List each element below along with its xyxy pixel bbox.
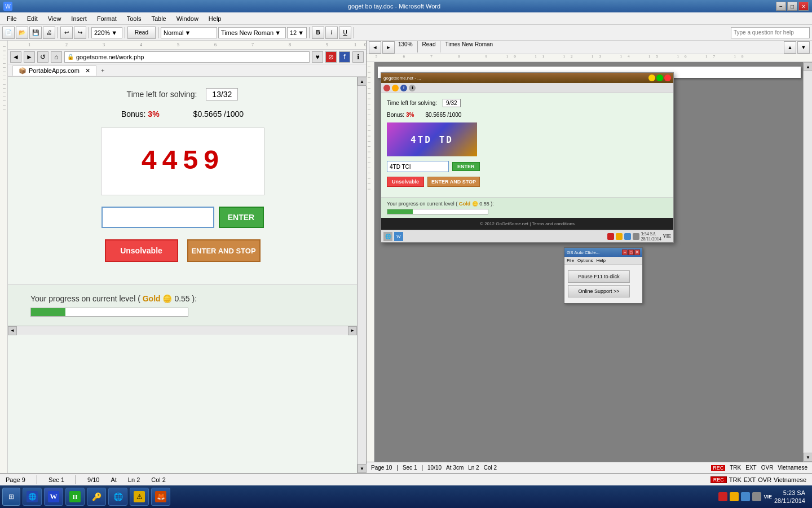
ws-scroll-dn[interactable]: ▼ [797,41,810,54]
wt-sep2 [440,41,440,52]
tab-close[interactable]: ✕ [85,67,90,75]
status-left: Page 9 Sec 1 9/10 At Ln 2 Col 2 [0,475,705,484]
gs-support-btn[interactable]: Online Support >> [568,285,630,297]
hscroll-left[interactable]: ◄ [8,326,17,335]
read-btn[interactable]: Read [127,27,156,39]
redo-btn[interactable]: ↪ [74,27,86,39]
menu-edit[interactable]: Edit [23,14,42,23]
gs-minimize[interactable]: − [622,249,628,255]
gs-menu-options[interactable]: Options [577,258,593,263]
wv-scroll-dn[interactable]: ▼ [804,453,812,462]
ws-warn-icon [616,233,623,240]
ws-enter-btn[interactable]: ENTER [452,162,480,171]
italic-btn[interactable]: I [325,27,338,39]
ws-maximize[interactable] [656,75,663,81]
underline-btn[interactable]: U [339,27,351,39]
sep4 [158,27,158,38]
unsolvable-button[interactable]: Unsolvable [105,239,178,262]
gs-close[interactable]: ✕ [634,249,640,255]
font-size-dropdown[interactable]: 12 ▼ [287,27,307,38]
menu-insert[interactable]: Insert [67,14,91,23]
font-dropdown[interactable]: Times New Roman ▼ [218,27,286,38]
undo-btn[interactable]: ↩ [60,27,73,39]
help-search[interactable] [731,27,810,38]
print-btn[interactable]: 🖨 [43,27,55,39]
home-button[interactable]: ⌂ [51,51,62,63]
scroll-track[interactable] [358,86,366,464]
start-icon: ⊞ [8,493,14,501]
taskbar-warn[interactable]: ⚠ [130,488,149,506]
captcha-input[interactable] [102,207,214,228]
bold-btn[interactable]: B [312,27,324,39]
vscroll-browser: ▲ ▼ [357,77,366,473]
ws-clock: 3:54 SA28/11/2014 [641,231,661,242]
menu-table[interactable]: Table [147,14,170,23]
menu-window[interactable]: Window [172,14,203,23]
window-title: goget bo tay.doc - Microsoft Word [12,3,776,10]
status-right: REC TRK EXT OVR Vietnamese [705,476,812,483]
ws-scroll-up[interactable]: ▲ [784,41,796,54]
enter-stop-button[interactable]: ENTER AND STOP [187,239,261,262]
captcha-image-box: 4459 [101,128,264,195]
menu-file[interactable]: File [2,14,21,23]
close-button[interactable]: ✕ [798,2,809,11]
url-text: gogetsome.net/work.php [76,54,144,60]
ws-unsolvable-btn[interactable]: Unsolvable [387,177,424,187]
fb-btn[interactable]: f [339,51,350,63]
active-tab[interactable]: 📦 PortableApps.com ✕ [12,65,96,76]
refresh-button[interactable]: ↺ [37,51,48,63]
menu-tools[interactable]: Tools [122,14,146,23]
ws-close[interactable] [664,75,671,81]
taskbar-key[interactable]: 🔑 [87,488,106,506]
menu-help[interactable]: Help [204,14,226,23]
bookmark-btn[interactable]: ♥ [312,51,323,63]
time-value: 13/32 [206,88,238,100]
hscroll-track[interactable] [17,326,348,335]
block-btn[interactable]: ⊘ [325,51,337,63]
taskbar-ff[interactable]: 🦊 [151,488,170,506]
word-panel: ◄ ► 130% Read Times New Roman ▲ ▼ 5 6 7 … [367,41,812,473]
net-icon [741,492,750,501]
gs-btns: − □ ✕ [622,249,640,255]
taskbar-htt[interactable]: H [65,488,85,506]
new-btn[interactable]: 📄 [2,27,15,39]
gs-menu-file[interactable]: File [567,258,574,263]
word-status-pages: 10/10 [427,465,442,471]
gs-restore[interactable]: □ [628,249,634,255]
gs-menu-help[interactable]: Help [596,258,605,263]
open-btn[interactable]: 📂 [16,27,28,39]
restore-button[interactable]: □ [787,2,797,11]
taskbar-ie[interactable]: 🌐 [23,488,42,506]
word-status-rec: REC [711,465,725,471]
style-dropdown[interactable]: Normal ▼ [161,27,217,38]
start-button[interactable]: ⊞ [2,488,20,506]
gs-pause-btn[interactable]: Pause F11 to click [568,270,630,283]
save-btn[interactable]: 💾 [29,27,42,39]
ws-bonus-row: Bonus: 3% $0.5665 /1000 [387,112,668,118]
word-status-ovr: OVR [761,465,774,471]
scroll-up[interactable]: ▲ [358,77,367,86]
wt-btn1[interactable]: ◄ [369,41,381,54]
menu-view[interactable]: View [43,14,66,23]
taskbar-app1[interactable]: 🌐 [108,488,127,506]
wv-scroll-track[interactable] [804,71,812,453]
back-button[interactable]: ◄ [10,51,21,63]
enter-button[interactable]: ENTER [219,207,264,228]
wt-btn2[interactable]: ► [382,41,395,54]
ws-captcha-input[interactable] [387,161,449,172]
taskbar-word[interactable]: W [44,488,63,506]
new-tab-btn[interactable]: + [96,66,109,75]
zoom-dropdown[interactable]: 220% ▼ [91,27,122,38]
address-bar[interactable]: 🔒 gogetsome.net/work.php [64,51,310,63]
wt-font: Times New Roman [443,41,495,54]
wv-scroll-up[interactable]: ▲ [804,62,812,71]
status-page: Page 9 [6,476,25,483]
info-btn[interactable]: ℹ [352,51,364,63]
ws-minimize[interactable] [648,75,655,81]
menu-format[interactable]: Format [92,14,121,23]
ws-enter-stop-btn[interactable]: ENTER AND STOP [427,177,480,187]
scroll-down[interactable]: ▼ [358,464,367,473]
forward-button[interactable]: ► [24,51,35,63]
minimize-button[interactable]: − [776,2,786,11]
hscroll-right[interactable]: ► [348,326,357,335]
